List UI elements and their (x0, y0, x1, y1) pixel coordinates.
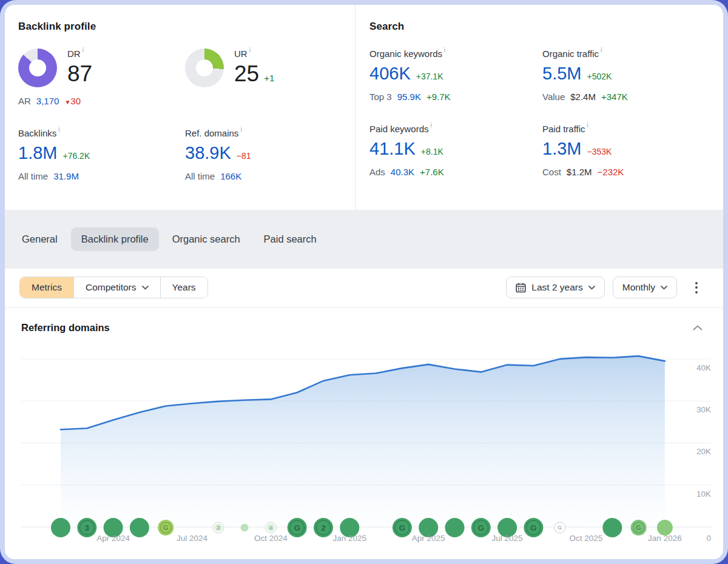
marker-glyph: G (399, 523, 405, 532)
backlinks-alltime-value[interactable]: 31.9M (53, 171, 79, 181)
timeline-marker[interactable] (241, 524, 249, 532)
y-axis-label: 20K (696, 447, 711, 456)
dr-label-text: DR (67, 49, 81, 59)
ar-label: AR (18, 96, 31, 106)
chevron-down-icon (661, 286, 667, 290)
x-axis-label: Oct 2025 (570, 534, 603, 543)
backlinks-delta: +76.2K (62, 151, 90, 161)
x-axis-label: Jan 2026 (648, 534, 682, 543)
paid-traffic-label-text: Paid traffic (542, 124, 585, 134)
search-title: Search (369, 21, 717, 33)
x-axis-label: Jul 2025 (492, 534, 523, 543)
tab-general[interactable]: General (12, 227, 68, 251)
dr-metric: DR i 87 AR 3,170 ▼30 (18, 49, 185, 106)
chevron-down-icon (588, 286, 595, 290)
y-axis-label: 30K (696, 405, 711, 414)
dr-donut-chart (18, 49, 57, 87)
marker-glyph: a (269, 524, 273, 531)
cost-label: Cost (542, 167, 561, 177)
ar-row: AR 3,170 ▼30 (18, 96, 185, 106)
ref-domains-alltime-row: All time 166K (185, 171, 349, 181)
ar-delta: ▼30 (64, 96, 81, 106)
info-icon[interactable]: i (58, 126, 59, 133)
top3-row: Top 3 95.9K +9.7K (369, 92, 542, 102)
timeline-marker[interactable] (602, 518, 622, 537)
tab-paid-search[interactable]: Paid search (254, 227, 327, 251)
x-axis-label: Apr 2025 (412, 534, 445, 543)
ads-value[interactable]: 40.3K (391, 167, 414, 177)
paid-keywords-label-text: Paid keywords (369, 124, 429, 134)
cost-row: Cost $1.2M −232K (542, 167, 717, 177)
ur-donut-chart (185, 49, 224, 87)
marker-glyph: G (558, 524, 562, 531)
tab-organic-search[interactable]: Organic search (162, 227, 251, 251)
date-range-label: Last 2 years (531, 282, 582, 293)
info-icon[interactable]: i (249, 47, 251, 53)
info-icon[interactable]: i (587, 122, 588, 129)
timeline-marker[interactable] (51, 518, 70, 537)
organic-traffic-value[interactable]: 5.5M (542, 64, 581, 84)
paid-traffic-label: Paid traffic i (542, 124, 717, 134)
chevron-down-icon (142, 286, 149, 290)
more-options-button[interactable] (690, 280, 703, 296)
ref-domains-delta: −81 (237, 151, 251, 161)
dr-label: DR i (67, 49, 92, 59)
backlinks-value[interactable]: 1.8M (18, 143, 57, 163)
ur-label-text: UR (234, 49, 248, 59)
backlink-profile-title: Backlink profile (18, 21, 349, 33)
ar-value[interactable]: 3,170 (36, 96, 59, 106)
dr-value: 87 (67, 61, 92, 87)
ur-metric: UR i 25 +1 (185, 49, 349, 106)
info-icon[interactable]: i (431, 122, 432, 129)
paid-traffic-value[interactable]: 1.3M (542, 139, 581, 159)
search-section: Search Organic keywords i 406K +37.1K To… (355, 5, 723, 210)
organic-keywords-delta: +37.1K (416, 72, 443, 81)
years-button[interactable]: Years (161, 277, 207, 298)
granularity-button[interactable]: Monthly (613, 277, 677, 298)
info-icon[interactable]: i (83, 47, 84, 53)
organic-traffic-metric: Organic traffic i 5.5M +502K Value $2.4M… (542, 49, 717, 102)
backlinks-alltime-label: All time (18, 171, 48, 181)
organic-traffic-delta: +502K (587, 72, 612, 81)
traffic-value-amount: $2.4M (570, 92, 596, 102)
paid-keywords-label: Paid keywords i (369, 124, 542, 134)
cost-delta: −232K (598, 167, 624, 177)
ref-domains-alltime-label: All time (185, 171, 215, 181)
ref-domains-metric: Ref. domains i 38.9K −81 All time 166K (185, 128, 349, 181)
paid-keywords-value[interactable]: 41.1K (369, 139, 416, 159)
ads-row: Ads 40.3K +7.6K (369, 167, 542, 177)
info-icon[interactable]: i (240, 126, 241, 133)
timeline-marker[interactable] (445, 518, 465, 537)
organic-keywords-metric: Organic keywords i 406K +37.1K Top 3 95.… (369, 49, 542, 102)
marker-glyph: G (163, 524, 169, 531)
metrics-button[interactable]: Metrics (20, 277, 74, 298)
marker-glyph: G (294, 523, 300, 532)
traffic-value-row: Value $2.4M +347K (542, 92, 717, 102)
x-axis-label: Oct 2024 (254, 534, 288, 543)
backlink-profile-section: Backlink profile DR i 87 (5, 5, 355, 210)
paid-keywords-metric: Paid keywords i 41.1K +8.1K Ads 40.3K +7… (369, 124, 542, 177)
stats-section: Backlink profile DR i 87 (5, 5, 723, 210)
paid-traffic-delta: −353K (587, 147, 612, 156)
backlink-profile-panel: Metrics Competitors Years Last 2 years M… (5, 269, 723, 559)
kebab-icon (695, 291, 698, 294)
backlinks-label-text: Backlinks (18, 128, 56, 138)
x-axis-label: Jan 2025 (333, 534, 367, 543)
ads-delta: +7.6K (420, 167, 444, 177)
paid-keywords-delta: +8.1K (421, 147, 443, 156)
x-axis-label: Jul 2024 (177, 534, 208, 543)
referring-domains-chart[interactable]: 010K20K30K40K3G2aG2GGGGGApr 2024Jul 2024… (21, 341, 711, 547)
ref-domains-value[interactable]: 38.9K (185, 143, 231, 163)
collapse-section-button[interactable] (690, 321, 705, 335)
top3-value[interactable]: 95.9K (397, 92, 421, 102)
info-icon[interactable]: i (444, 47, 445, 53)
cost-value: $1.2M (567, 167, 592, 177)
ref-domains-alltime-value[interactable]: 166K (220, 171, 241, 181)
info-icon[interactable]: i (601, 47, 602, 53)
timeline-marker[interactable] (130, 518, 149, 537)
date-range-button[interactable]: Last 2 years (506, 277, 604, 298)
competitors-button[interactable]: Competitors (74, 277, 161, 298)
organic-keywords-value[interactable]: 406K (369, 64, 411, 84)
tab-backlink-profile[interactable]: Backlink profile (71, 227, 159, 251)
page-frame: Backlink profile DR i 87 (0, 0, 728, 564)
